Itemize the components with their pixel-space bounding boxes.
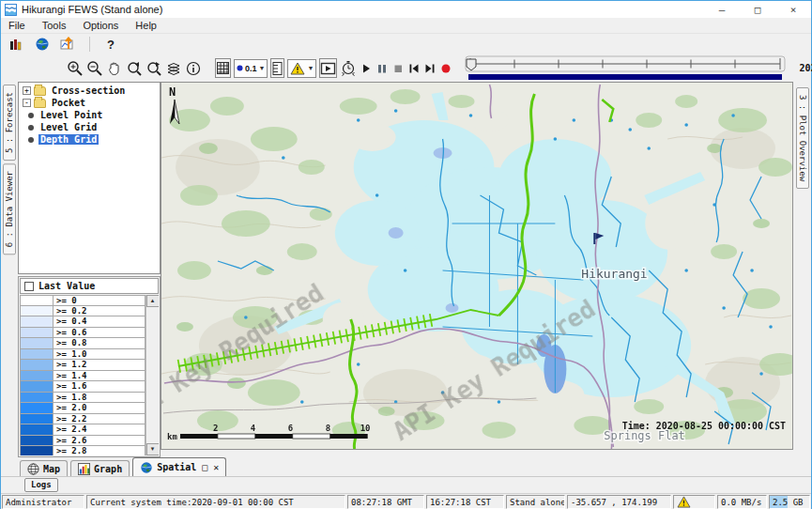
fews-logo-icon (5, 4, 17, 16)
tree-node-level-point[interactable]: Level Point (19, 109, 160, 121)
legend-row[interactable]: >= 2.2 (20, 414, 146, 425)
play-button[interactable] (360, 58, 373, 78)
maximize-button[interactable]: □ (740, 1, 775, 18)
legend-scrollbar[interactable]: ▲ ▼ (146, 295, 159, 455)
legend-label: >= 1.0 (54, 349, 146, 361)
stop-button[interactable] (391, 58, 405, 78)
map-viewport[interactable]: API Key Required API Key Required Hikura… (161, 82, 793, 457)
legend-row[interactable]: >= 0 (20, 295, 146, 306)
logs-display-button[interactable] (7, 36, 25, 53)
scale-tick: 10 (360, 424, 371, 433)
legend-swatch (20, 328, 54, 339)
zoom-out-button[interactable] (86, 58, 103, 78)
north-label: N (169, 85, 176, 99)
pan-hand-icon (106, 60, 123, 77)
legend-row[interactable]: >= 1.8 (20, 393, 146, 404)
tree-node-label[interactable]: Cross-section (50, 85, 127, 96)
scale-ruler-button[interactable] (270, 58, 284, 78)
legend-row[interactable]: >= 1.6 (20, 381, 146, 393)
zoom-next-button[interactable] (146, 58, 162, 78)
scroll-down-icon[interactable]: ▼ (146, 443, 160, 455)
menu-file[interactable]: File (7, 19, 27, 32)
legend-label: >= 2.0 (54, 403, 146, 414)
legend-row[interactable]: >= 1.4 (20, 371, 146, 382)
record-button[interactable] (439, 58, 452, 78)
close-button[interactable]: × (775, 1, 811, 18)
menu-tools[interactable]: Tools (40, 19, 69, 32)
status-user: Administrator (2, 495, 84, 509)
menu-help[interactable]: Help (133, 19, 159, 32)
tab-forecast[interactable]: 5 : Forecast (3, 85, 16, 161)
layers-button[interactable] (165, 58, 182, 78)
tab-close-icon[interactable]: ✕ (213, 462, 219, 472)
stop-icon (391, 62, 405, 75)
status-warning-cell[interactable] (673, 495, 715, 509)
tree-node-label-selected[interactable]: Depth Grid (38, 134, 99, 145)
legend-label: >= 2.2 (54, 414, 146, 425)
pause-button[interactable] (375, 58, 389, 78)
spatial-globe-icon (140, 461, 153, 474)
tree-node-cross-section[interactable]: + Cross-section (19, 85, 160, 97)
scroll-up-icon[interactable]: ▲ (146, 295, 160, 307)
tree-node-level-grid[interactable]: Level Grid (19, 121, 160, 133)
legend-row[interactable]: >= 2.6 (20, 436, 146, 447)
legend-row[interactable]: >= 1.0 (20, 349, 146, 361)
tab-plot-overview[interactable]: 3 : Plot Overview (796, 87, 809, 189)
tree-node-label[interactable]: Level Grid (38, 122, 99, 132)
legend-label: >= 2.4 (54, 424, 146, 436)
tab-spatial-label: Spatial (157, 462, 196, 472)
grid-layer-toggle-button[interactable] (215, 58, 231, 78)
tree-node-depth-grid[interactable]: Depth Grid (19, 133, 160, 146)
zoom-in-button[interactable] (67, 58, 84, 78)
zoom-previous-button[interactable] (126, 58, 143, 78)
layers-icon (165, 60, 182, 77)
legend-row[interactable]: >= 2.8 (20, 446, 146, 455)
tab-graph[interactable]: Graph (70, 460, 130, 476)
go-to-end-button[interactable] (423, 58, 437, 78)
info-button[interactable] (185, 58, 202, 78)
tree-node-label[interactable]: Level Point (38, 110, 104, 120)
tab-map-label: Map (43, 464, 60, 474)
tab-spatial[interactable]: Spatial □ ✕ (132, 457, 226, 476)
tree-node-label[interactable]: Pocket (50, 98, 87, 108)
tab-float-icon[interactable]: □ (202, 462, 207, 472)
legend-panel: Last Value >= 0 >= 0.2 >= 0.4 >= 0.6 >= … (18, 276, 161, 457)
go-to-start-button[interactable] (407, 58, 421, 78)
legend-row[interactable]: >= 1.2 (20, 360, 146, 371)
animation-settings-button[interactable] (340, 58, 357, 78)
last-value-checkbox[interactable] (24, 282, 34, 291)
minimize-button[interactable]: – (704, 1, 740, 18)
timeline-thumb[interactable] (467, 59, 476, 70)
zoom-previous-icon (126, 60, 143, 77)
place-label: Springs Flat (604, 429, 685, 442)
map-display-button[interactable] (33, 36, 52, 53)
toolbar-main: 0.1 ▼ ▼ (1, 54, 811, 82)
legend-row[interactable]: >= 0.2 (20, 306, 146, 317)
tab-data-viewer[interactable]: 6 : Data Viewer (3, 163, 16, 254)
legend-swatch (20, 338, 54, 349)
legend-row[interactable]: >= 0.4 (20, 316, 146, 328)
expand-icon[interactable]: + (23, 86, 31, 95)
contour-threshold-dropdown[interactable]: 0.1 ▼ (234, 59, 268, 78)
legend-row[interactable]: >= 2.4 (20, 424, 146, 436)
legend-row[interactable]: >= 0.8 (20, 338, 146, 349)
chart-display-button[interactable] (59, 36, 78, 53)
tab-map[interactable]: Map (20, 460, 68, 476)
bar-chart-icon (78, 463, 90, 475)
help-button[interactable]: ? (101, 36, 120, 53)
collapse-icon[interactable]: - (23, 99, 31, 107)
tree-node-pocket[interactable]: - Pocket (19, 97, 160, 109)
pan-button[interactable] (106, 58, 123, 78)
timeline-slider[interactable] (465, 55, 791, 82)
scale-tick: 4 (251, 424, 255, 433)
warning-levels-dropdown[interactable]: ▼ (287, 59, 316, 78)
legend-swatch (20, 349, 54, 361)
logs-button[interactable]: Logs (24, 478, 58, 492)
legend-swatch (20, 403, 54, 414)
legend-row[interactable]: >= 0.6 (20, 328, 146, 339)
map-canvas[interactable]: API Key Required API Key Required Hikura… (161, 82, 793, 450)
animation-play-window-button[interactable] (319, 58, 337, 78)
menu-options[interactable]: Options (81, 19, 120, 32)
chart-arrow-icon (60, 37, 77, 52)
legend-row[interactable]: >= 2.0 (20, 403, 146, 414)
